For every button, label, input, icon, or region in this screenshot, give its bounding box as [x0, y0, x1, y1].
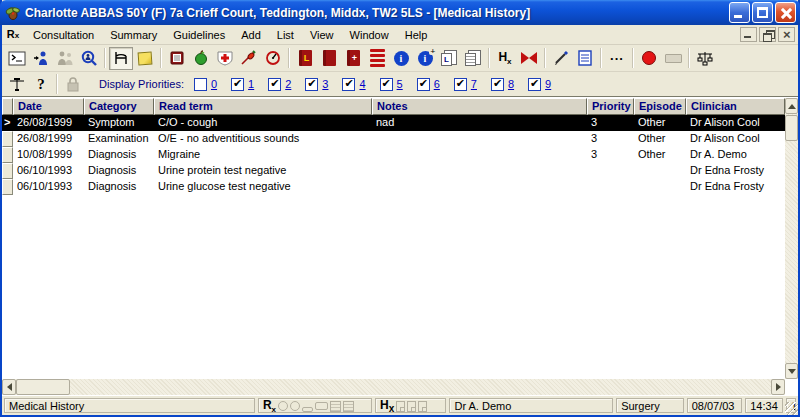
scroll-down-button[interactable] [785, 363, 798, 379]
gauge-icon[interactable] [261, 47, 285, 70]
info-add-icon[interactable]: i+ [413, 47, 437, 70]
horizontal-scrollbar[interactable] [2, 379, 785, 395]
help-icon[interactable]: ? [29, 73, 53, 96]
mdi-minimize-button[interactable] [740, 27, 757, 42]
column-header-priority[interactable]: Priority [587, 98, 634, 115]
history-hx-icon[interactable]: Hx [493, 47, 517, 70]
minimize-button[interactable] [729, 2, 750, 23]
column-header-episode[interactable]: Episode [634, 98, 686, 115]
chair-icon[interactable] [109, 47, 133, 70]
cell-category[interactable]: Diagnosis [84, 163, 154, 179]
checkbox-icon[interactable] [342, 78, 355, 91]
priority-checkbox-2[interactable]: 2 [268, 78, 291, 91]
horizontal-scroll-thumb[interactable] [16, 379, 70, 395]
cell-category[interactable]: Diagnosis [84, 147, 154, 163]
cell-date[interactable]: 10/08/1999 [13, 147, 84, 163]
cell-clinician[interactable]: Dr Alison Cool [686, 131, 785, 147]
priority-checkbox-3[interactable]: 3 [305, 78, 328, 91]
checkbox-icon[interactable] [231, 78, 244, 91]
cell-notes[interactable] [372, 131, 587, 147]
console-notepad-icon[interactable] [5, 47, 29, 70]
column-header-read-term[interactable]: Read term [154, 98, 372, 115]
priority-checkbox-7[interactable]: 7 [454, 78, 477, 91]
cell-notes[interactable]: nad [372, 115, 587, 131]
checkbox-icon[interactable] [305, 78, 318, 91]
column-header-clinician[interactable]: Clinician [686, 98, 785, 115]
cell-episode[interactable] [634, 163, 686, 179]
cell-clinician[interactable]: Dr Edna Frosty [686, 163, 785, 179]
cell-notes[interactable] [372, 179, 587, 195]
menu-add[interactable]: Add [233, 26, 269, 44]
cell-read-term[interactable]: C/O - cough [154, 115, 372, 131]
first-aid-icon[interactable] [213, 47, 237, 70]
cell-episode[interactable]: Other [634, 147, 686, 163]
cell-date[interactable]: 26/08/1999 [13, 115, 84, 131]
book-l-icon[interactable]: L [293, 47, 317, 70]
priority-checkbox-9[interactable]: 9 [528, 78, 551, 91]
resize-grip[interactable] [785, 402, 798, 415]
row-selector[interactable] [2, 147, 13, 163]
table-row[interactable]: 06/10/1993 Diagnosis Urine protein test … [2, 163, 785, 179]
cell-clinician[interactable]: Dr Edna Frosty [686, 179, 785, 195]
cell-priority[interactable] [587, 163, 634, 179]
find-patient-icon[interactable] [77, 47, 101, 70]
cell-category[interactable]: Symptom [84, 115, 154, 131]
menu-help[interactable]: Help [397, 26, 436, 44]
row-selector[interactable]: > [2, 115, 13, 131]
checkbox-icon[interactable] [491, 78, 504, 91]
pen-icon[interactable] [549, 47, 573, 70]
cell-notes[interactable] [372, 147, 587, 163]
checkbox-icon[interactable] [454, 78, 467, 91]
scroll-right-button[interactable] [771, 379, 785, 395]
tree-view-icon[interactable] [693, 47, 717, 70]
cell-episode[interactable]: Other [634, 115, 686, 131]
tree-flow-icon[interactable] [5, 73, 29, 96]
pages-list-icon[interactable] [461, 47, 485, 70]
clipboard-icon[interactable] [573, 47, 597, 70]
column-header-date[interactable]: Date [13, 98, 84, 115]
journal-icon[interactable] [165, 47, 189, 70]
maximize-button[interactable] [752, 2, 773, 23]
mdi-close-button[interactable] [778, 27, 795, 42]
book-add-icon[interactable]: + [341, 47, 365, 70]
cell-clinician[interactable]: Dr A. Demo [686, 147, 785, 163]
column-header-category[interactable]: Category [84, 98, 154, 115]
menu-summary[interactable]: Summary [102, 26, 165, 44]
row-selector[interactable] [2, 131, 13, 147]
ellipsis-icon[interactable]: ... [605, 47, 629, 70]
menu-view[interactable]: View [302, 26, 342, 44]
table-row[interactable]: 10/08/1999 Diagnosis Migraine 3 Other Dr… [2, 147, 785, 163]
info-icon[interactable]: i [389, 47, 413, 70]
table-row[interactable]: > 26/08/1999 Symptom C/O - cough nad 3 O… [2, 115, 785, 131]
checkbox-icon[interactable] [528, 78, 541, 91]
cell-read-term[interactable]: O/E - no adventitious sounds [154, 131, 372, 147]
red-list-icon[interactable] [365, 47, 389, 70]
record-icon[interactable] [637, 47, 661, 70]
cell-date[interactable]: 26/08/1999 [13, 131, 84, 147]
cell-category[interactable]: Examination [84, 131, 154, 147]
status-rx-panel[interactable]: Rx [258, 398, 372, 413]
scroll-up-button[interactable] [785, 98, 798, 114]
table-row[interactable]: 26/08/1999 Examination O/E - no adventit… [2, 131, 785, 147]
menu-guidelines[interactable]: Guidelines [165, 26, 233, 44]
cell-date[interactable]: 06/10/1993 [13, 179, 84, 195]
pages-l-icon[interactable]: L [437, 47, 461, 70]
vertical-scroll-thumb[interactable] [785, 115, 798, 141]
row-selector[interactable] [2, 179, 13, 195]
bowtie-icon[interactable] [517, 47, 541, 70]
cell-read-term[interactable]: Urine glucose test negative [154, 179, 372, 195]
cell-priority[interactable]: 3 [587, 115, 634, 131]
checkbox-icon[interactable] [268, 78, 281, 91]
cell-episode[interactable] [634, 179, 686, 195]
priority-checkbox-1[interactable]: 1 [231, 78, 254, 91]
book-icon[interactable] [317, 47, 341, 70]
scroll-left-button[interactable] [2, 379, 16, 395]
syringe-icon[interactable] [237, 47, 261, 70]
apple-icon[interactable] [189, 47, 213, 70]
cell-priority[interactable]: 3 [587, 147, 634, 163]
close-button[interactable] [775, 2, 796, 23]
sticky-note-icon[interactable] [133, 47, 157, 70]
cell-priority[interactable] [587, 179, 634, 195]
mdi-restore-button[interactable] [759, 27, 776, 42]
column-header-notes[interactable]: Notes [372, 98, 587, 115]
